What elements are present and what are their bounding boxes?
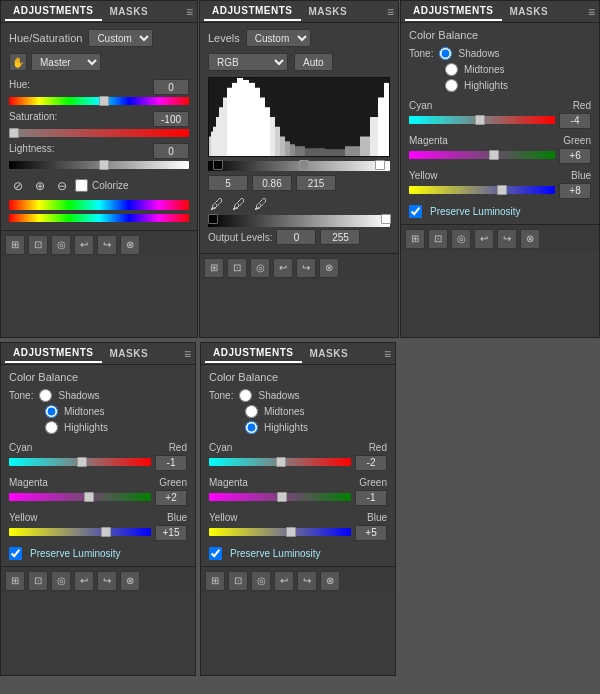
cyan-red-thumb[interactable] <box>475 115 485 125</box>
tone-shadows-radio[interactable] <box>439 47 452 60</box>
tool-redo-l[interactable]: ↪ <box>296 258 316 278</box>
tool-eye[interactable]: ◎ <box>51 235 71 255</box>
mid-magenta-green-thumb[interactable] <box>84 492 94 502</box>
tone-highlights-radio[interactable] <box>445 79 458 92</box>
eyedropper-normal[interactable]: ⊘ <box>9 177 27 195</box>
colorize-checkbox[interactable] <box>75 179 88 192</box>
levels-channel-dropdown[interactable]: RGB <box>208 53 288 71</box>
tab-masks-cbb[interactable]: MASKS <box>302 345 357 362</box>
tool-undo-cbt[interactable]: ↩ <box>474 229 494 249</box>
saturation-track[interactable] <box>9 129 189 137</box>
tab-adjustments-levels[interactable]: ADJUSTMENTS <box>204 2 301 21</box>
tab-adjustments-cbm[interactable]: ADJUSTMENTS <box>5 344 102 363</box>
tool-clip-cbt[interactable]: ⊞ <box>405 229 425 249</box>
panel-menu-icon-cbt[interactable]: ≡ <box>588 5 595 19</box>
magenta-green-thumb[interactable] <box>489 150 499 160</box>
tool-view-cbb[interactable]: ⊡ <box>228 571 248 591</box>
saturation-thumb[interactable] <box>9 128 19 138</box>
tool-undo[interactable]: ↩ <box>74 235 94 255</box>
tool-eye-cbt[interactable]: ◎ <box>451 229 471 249</box>
bot-cyan-red-thumb[interactable] <box>276 457 286 467</box>
panel-menu-icon-cbb[interactable]: ≡ <box>384 347 391 361</box>
tool-eye-cbm[interactable]: ◎ <box>51 571 71 591</box>
tool-undo-l[interactable]: ↩ <box>273 258 293 278</box>
preserve-luminosity-checkbox-bot[interactable] <box>209 547 222 560</box>
lightness-track[interactable] <box>9 161 189 169</box>
levels-shadow-thumb[interactable] <box>213 160 223 170</box>
tool-clip[interactable]: ⊞ <box>5 235 25 255</box>
mid-cyan-red-thumb[interactable] <box>77 457 87 467</box>
eyedropper-add[interactable]: ⊕ <box>31 177 49 195</box>
tone-midtones-radio-bot[interactable] <box>245 405 258 418</box>
hue-preset-dropdown[interactable]: Custom <box>88 29 153 47</box>
bot-magenta-green-track[interactable] <box>209 493 351 501</box>
tool-eye-cbb[interactable]: ◎ <box>251 571 271 591</box>
tool-view[interactable]: ⊡ <box>28 235 48 255</box>
mid-magenta-green-track[interactable] <box>9 493 151 501</box>
tab-masks-hs[interactable]: MASKS <box>102 3 157 20</box>
hue-thumb[interactable] <box>99 96 109 106</box>
channel-hand-icon[interactable]: ✋ <box>9 53 27 71</box>
tool-redo[interactable]: ↪ <box>97 235 117 255</box>
tool-redo-cbt[interactable]: ↪ <box>497 229 517 249</box>
tab-masks-levels[interactable]: MASKS <box>301 3 356 20</box>
tone-shadows-radio-bot[interactable] <box>239 389 252 402</box>
output-min-value[interactable] <box>276 229 316 245</box>
bot-cyan-red-track[interactable] <box>209 458 351 466</box>
mid-yellow-blue-track[interactable] <box>9 528 151 536</box>
tab-adjustments-cbb[interactable]: ADJUSTMENTS <box>205 344 302 363</box>
hue-value-input[interactable] <box>153 79 189 95</box>
tone-midtones-radio[interactable] <box>445 63 458 76</box>
eyedropper-subtract[interactable]: ⊖ <box>53 177 71 195</box>
output-shadow-thumb[interactable] <box>208 214 218 224</box>
magenta-green-track[interactable] <box>409 151 555 159</box>
hue-track[interactable] <box>9 97 189 105</box>
tool-view-l[interactable]: ⊡ <box>227 258 247 278</box>
levels-mid-value[interactable] <box>252 175 292 191</box>
lightness-value-input[interactable] <box>153 143 189 159</box>
tool-undo-cbb[interactable]: ↩ <box>274 571 294 591</box>
tool-eye-l[interactable]: ◎ <box>250 258 270 278</box>
levels-preset-dropdown[interactable]: Custom <box>246 29 311 47</box>
tab-masks-cbt[interactable]: MASKS <box>502 3 557 20</box>
bot-magenta-green-thumb[interactable] <box>277 492 287 502</box>
mid-cyan-red-track[interactable] <box>9 458 151 466</box>
levels-auto-btn[interactable]: Auto <box>294 53 333 71</box>
tab-adjustments-cbt[interactable]: ADJUSTMENTS <box>405 2 502 21</box>
yellow-blue-track[interactable] <box>409 186 555 194</box>
tone-highlights-radio-mid[interactable] <box>45 421 58 434</box>
panel-menu-icon-levels[interactable]: ≡ <box>387 5 394 19</box>
tool-redo-cbb[interactable]: ↪ <box>297 571 317 591</box>
levels-input-track[interactable] <box>208 161 390 171</box>
levels-highlight-value[interactable] <box>296 175 336 191</box>
bot-yellow-blue-thumb[interactable] <box>286 527 296 537</box>
tone-shadows-radio-mid[interactable] <box>39 389 52 402</box>
cyan-red-track[interactable] <box>409 116 555 124</box>
mid-yellow-blue-thumb[interactable] <box>101 527 111 537</box>
tool-undo-cbm[interactable]: ↩ <box>74 571 94 591</box>
levels-mid-thumb[interactable] <box>299 160 309 170</box>
levels-eyedropper-black[interactable]: 🖊 <box>208 195 226 213</box>
preserve-luminosity-checkbox-top[interactable] <box>409 205 422 218</box>
channel-dropdown[interactable]: Master <box>31 53 101 71</box>
output-highlight-thumb[interactable] <box>381 214 391 224</box>
tool-delete-cbm[interactable]: ⊗ <box>120 571 140 591</box>
output-max-value[interactable] <box>320 229 360 245</box>
tool-delete-l[interactable]: ⊗ <box>319 258 339 278</box>
saturation-value-input[interactable] <box>153 111 189 127</box>
tool-redo-cbm[interactable]: ↪ <box>97 571 117 591</box>
tool-view-cbt[interactable]: ⊡ <box>428 229 448 249</box>
tone-highlights-radio-bot[interactable] <box>245 421 258 434</box>
tool-view-cbm[interactable]: ⊡ <box>28 571 48 591</box>
tool-delete[interactable]: ⊗ <box>120 235 140 255</box>
tab-masks-cbm[interactable]: MASKS <box>102 345 157 362</box>
tool-clip-l[interactable]: ⊞ <box>204 258 224 278</box>
tool-clip-cbb[interactable]: ⊞ <box>205 571 225 591</box>
levels-eyedropper-gray[interactable]: 🖊 <box>230 195 248 213</box>
tool-delete-cbt[interactable]: ⊗ <box>520 229 540 249</box>
yellow-blue-thumb[interactable] <box>497 185 507 195</box>
panel-menu-icon-cbm[interactable]: ≡ <box>184 347 191 361</box>
tab-adjustments-hs[interactable]: ADJUSTMENTS <box>5 2 102 21</box>
levels-shadow-value[interactable] <box>208 175 248 191</box>
lightness-thumb[interactable] <box>99 160 109 170</box>
